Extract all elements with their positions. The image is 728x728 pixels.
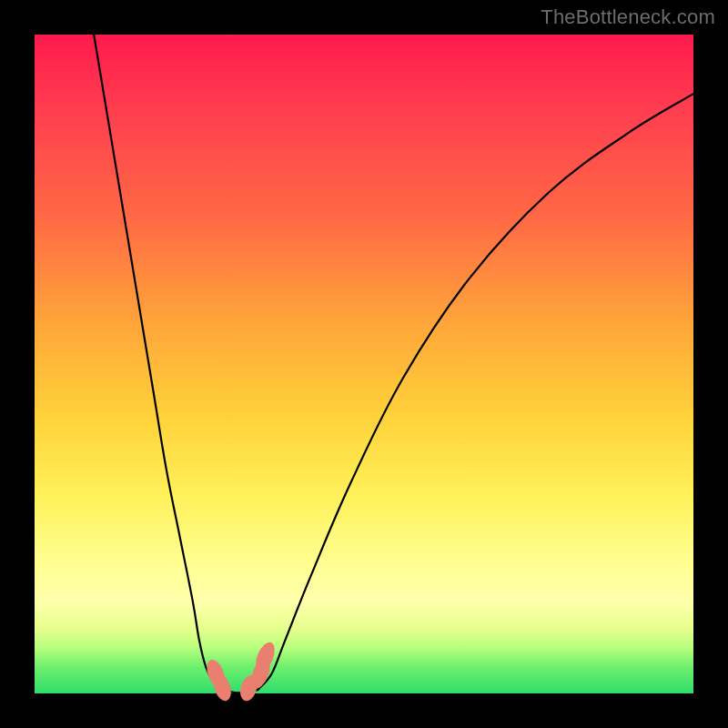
bottleneck-curve — [35, 35, 693, 693]
chart-frame: TheBottleneck.com — [0, 0, 728, 728]
curve-path — [94, 35, 693, 693]
curve-markers — [203, 640, 278, 703]
watermark-text: TheBottleneck.com — [541, 5, 715, 29]
plot-area — [35, 35, 693, 693]
